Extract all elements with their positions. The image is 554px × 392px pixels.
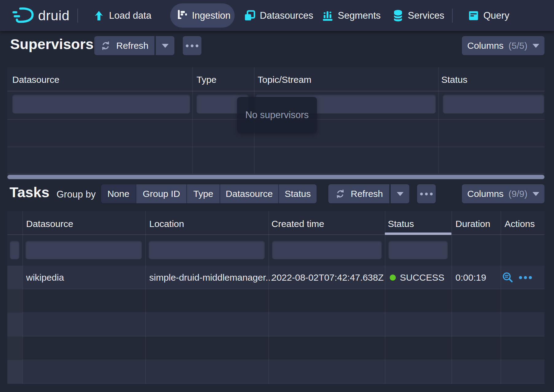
group-by-datasource-button[interactable]: Datasource: [220, 184, 278, 203]
header-border: [7, 234, 544, 235]
column-divider: [451, 211, 452, 384]
empty-task-row: [7, 360, 544, 384]
column-divider: [385, 211, 385, 384]
nav-item-label: Segments: [338, 10, 381, 21]
column-divider: [501, 211, 501, 384]
tasks-header-duration[interactable]: Duration: [455, 219, 490, 229]
narrow-column-cell: [7, 360, 22, 383]
nav-item-label: Services: [408, 10, 444, 21]
empty-task-row: [7, 336, 544, 360]
nav-divider: [77, 9, 78, 23]
header-border: [7, 91, 544, 91]
group-by-type-button[interactable]: Type: [186, 184, 220, 203]
status-sort-indicator: [385, 233, 451, 235]
columns-label: Columns: [467, 40, 503, 51]
more-ellipsis-icon: [186, 44, 198, 47]
tasks-table: wikipedia simple-druid-middlemanager... …: [7, 211, 544, 384]
group-by-none-button[interactable]: None: [101, 184, 136, 203]
columns-label: Columns: [467, 189, 503, 199]
nav-item-services[interactable]: Services: [392, 0, 444, 31]
column-divider: [22, 211, 23, 384]
column-divider: [438, 67, 439, 174]
query-document-icon: [468, 10, 479, 21]
druid-logo-text: druid: [38, 8, 70, 24]
tasks-filter-created-time[interactable]: [272, 241, 382, 259]
gantt-chart-icon: [177, 9, 188, 22]
group-by-label: Group by: [57, 189, 96, 200]
task-status-cell: SUCCESS: [390, 272, 444, 283]
nav-item-ingestion[interactable]: Ingestion: [170, 3, 235, 28]
supervisors-refresh-button[interactable]: Refresh: [94, 36, 154, 55]
task-datasource-cell: wikipedia: [26, 272, 64, 283]
druid-console: druid Load data Ingestion: [0, 0, 554, 392]
nav-item-query[interactable]: Query: [468, 0, 509, 31]
columns-count: (9/9): [509, 189, 528, 199]
empty-task-row: [7, 289, 544, 313]
bar-chart-icon: [322, 10, 334, 21]
empty-message: No supervisors: [245, 110, 309, 121]
supervisors-refresh-dropdown-button[interactable]: [156, 36, 174, 55]
task-more-actions-icon[interactable]: [519, 276, 532, 279]
nav-item-label: Query: [483, 10, 509, 21]
supervisors-header-topic-stream[interactable]: Topic/Stream: [258, 75, 311, 85]
refresh-label: Refresh: [116, 40, 148, 51]
tasks-header-created-time[interactable]: Created time: [271, 219, 324, 229]
supervisors-table: Datasource Type Topic/Stream Status No s…: [7, 67, 544, 179]
stacked-layers-icon: [244, 10, 256, 21]
chevron-down-icon: [162, 44, 169, 48]
columns-count: (5/5): [509, 40, 528, 51]
tasks-header-datasource[interactable]: Datasource: [26, 219, 73, 229]
magnifier-details-icon: [502, 271, 514, 284]
database-icon: [392, 10, 404, 22]
nav-item-segments[interactable]: Segments: [322, 0, 381, 31]
druid-logo[interactable]: druid: [12, 0, 70, 31]
status-text: SUCCESS: [400, 272, 444, 283]
group-by-group-id-button[interactable]: Group ID: [136, 184, 186, 203]
empty-task-row: [7, 313, 544, 336]
status-success-dot: [390, 275, 396, 281]
nav-item-label: Load data: [109, 10, 151, 21]
chevron-down-icon: [533, 192, 539, 196]
tasks-more-button[interactable]: [417, 184, 436, 203]
tasks-refresh-button[interactable]: Refresh: [328, 184, 389, 203]
column-divider: [268, 211, 269, 384]
supervisors-header-type[interactable]: Type: [197, 75, 217, 85]
upload-arrow-icon: [93, 10, 105, 21]
tasks-columns-button[interactable]: Columns (9/9): [462, 184, 544, 203]
tasks-filter-datasource[interactable]: [25, 241, 142, 259]
nav-item-datasources[interactable]: Datasources: [244, 0, 313, 31]
supervisors-more-button[interactable]: [183, 36, 201, 55]
group-by-status-button[interactable]: Status: [278, 184, 317, 203]
task-row-wikipedia[interactable]: wikipedia simple-druid-middlemanager... …: [7, 266, 544, 289]
tasks-filter-status[interactable]: [388, 241, 448, 259]
tasks-refresh-dropdown-button[interactable]: [391, 184, 409, 203]
supervisors-filter-datasource[interactable]: [12, 94, 190, 113]
row-border: [7, 147, 544, 147]
column-divider: [145, 211, 146, 384]
tasks-header-actions[interactable]: Actions: [505, 219, 535, 229]
task-created-time-cell: 2022-08-02T07:42:47.638Z: [271, 272, 384, 283]
tasks-header-location[interactable]: Location: [149, 219, 184, 229]
horizontal-scrollbar[interactable]: [7, 175, 544, 179]
task-inspect-action[interactable]: [502, 271, 514, 286]
nav-item-label: Datasources: [260, 10, 313, 21]
nav-item-load-data[interactable]: Load data: [93, 0, 151, 31]
nav-item-label: Ingestion: [192, 10, 231, 21]
no-supervisors-overlay: No supervisors: [237, 97, 317, 133]
refresh-icon: [335, 188, 346, 199]
supervisors-title: Supervisors: [10, 37, 94, 51]
tasks-header-status[interactable]: Status: [388, 219, 414, 229]
narrow-column-cell: [7, 313, 22, 336]
supervisors-header-datasource[interactable]: Datasource: [12, 75, 59, 85]
supervisors-columns-button[interactable]: Columns (5/5): [462, 36, 544, 55]
tasks-filter-task-id-fragment[interactable]: [10, 241, 19, 259]
row-border: [7, 174, 544, 174]
tasks-filter-location[interactable]: [149, 241, 265, 259]
supervisors-header-status[interactable]: Status: [441, 75, 467, 85]
task-location-cell: simple-druid-middlemanager...: [149, 272, 273, 283]
supervisors-filter-status[interactable]: [443, 94, 544, 113]
tasks-title: Tasks: [10, 185, 49, 199]
task-id-cell-fragment: [7, 266, 22, 289]
column-divider: [192, 67, 193, 174]
narrow-column-cell: [7, 336, 22, 359]
